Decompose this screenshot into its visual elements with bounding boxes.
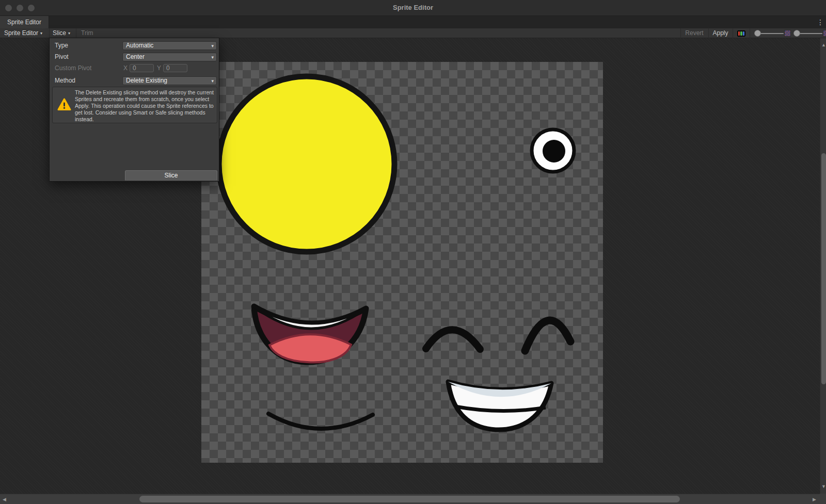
toolbar: Sprite Editor▾ Slice▾ Trim Revert Apply xyxy=(0,28,826,38)
warning-message: The Delete Existing slicing method will … xyxy=(75,89,215,123)
closed-eye-left-sprite[interactable] xyxy=(426,330,480,349)
closed-eye-right-sprite[interactable] xyxy=(525,320,570,351)
type-dropdown[interactable]: Automatic▾ xyxy=(122,41,217,50)
slice-execute-button[interactable]: Slice xyxy=(125,170,217,181)
blue-channel-bar xyxy=(743,31,744,36)
sprite-sheet-graphics xyxy=(201,62,603,463)
scroll-left-icon[interactable]: ◀ xyxy=(3,497,6,502)
title-bar: Sprite Editor xyxy=(0,0,826,16)
laughing-mouth-sprite[interactable] xyxy=(254,306,366,363)
color-channels-toggle-icon[interactable] xyxy=(737,30,745,37)
scrollbar-corner xyxy=(820,494,826,504)
scroll-down-icon[interactable]: ▼ xyxy=(821,484,826,489)
mip-texture-icon xyxy=(823,30,826,37)
window-menu-kebab-icon[interactable]: ⋮ xyxy=(817,17,824,27)
tab-sprite-editor[interactable]: Sprite Editor xyxy=(0,16,49,28)
slice-popup-panel: Type Automatic▾ Pivot Center▾ Custom Piv… xyxy=(49,38,219,182)
custom-pivot-y-field[interactable]: 0 xyxy=(163,64,187,72)
horizontal-scrollbar[interactable]: ◀ ▶ xyxy=(0,494,826,504)
scroll-right-icon[interactable]: ▶ xyxy=(813,497,816,502)
sprite-editor-window: Sprite Editor Sprite Editor ⋮ Sprite Edi… xyxy=(0,0,826,504)
trim-button[interactable]: Trim xyxy=(81,28,93,38)
tab-bar: Sprite Editor ⋮ xyxy=(0,16,826,28)
delete-existing-warning-box: The Delete Existing slicing method will … xyxy=(52,87,217,123)
open-eye-sprite[interactable] xyxy=(532,129,574,172)
custom-pivot-label: Custom Pivot xyxy=(55,64,91,73)
custom-pivot-x-field[interactable]: 0 xyxy=(130,64,154,72)
custom-pivot-x-label: X xyxy=(123,64,128,72)
method-label: Method xyxy=(55,76,75,85)
horizontal-scrollbar-thumb[interactable] xyxy=(139,496,680,502)
window-title: Sprite Editor xyxy=(0,4,826,11)
zoom-slider-knob[interactable] xyxy=(754,30,761,37)
method-dropdown[interactable]: Delete Existing▾ xyxy=(122,76,217,85)
type-label: Type xyxy=(55,41,68,50)
pivot-dropdown[interactable]: Center▾ xyxy=(122,53,217,61)
mip-texture-icon xyxy=(784,30,791,37)
mip-slider-knob[interactable] xyxy=(793,30,800,37)
warning-triangle-icon xyxy=(57,98,71,111)
chevron-down-icon: ▾ xyxy=(68,31,70,36)
grinning-mouth-sprite[interactable] xyxy=(448,382,551,430)
chevron-down-icon: ▾ xyxy=(40,31,42,36)
custom-pivot-y-label: Y xyxy=(157,64,161,72)
apply-button[interactable]: Apply xyxy=(708,28,733,38)
vertical-scrollbar[interactable]: ▲ ▼ xyxy=(820,38,826,494)
face-base-circle-sprite[interactable] xyxy=(219,76,394,252)
chevron-down-icon: ▾ xyxy=(211,55,214,60)
vertical-scrollbar-thumb[interactable] xyxy=(821,153,826,384)
chevron-down-icon: ▾ xyxy=(211,43,214,48)
slice-dropdown-button[interactable]: Slice▾ xyxy=(53,28,70,38)
sprite-editor-mode-dropdown[interactable]: Sprite Editor▾ xyxy=(4,28,42,38)
revert-button[interactable]: Revert xyxy=(680,28,708,38)
red-channel-bar xyxy=(738,31,740,36)
pivot-label: Pivot xyxy=(55,53,69,61)
scroll-up-icon[interactable]: ▲ xyxy=(821,42,826,47)
green-channel-bar xyxy=(740,31,742,36)
smile-mouth-sprite[interactable] xyxy=(268,414,373,429)
chevron-down-icon: ▾ xyxy=(211,78,214,84)
